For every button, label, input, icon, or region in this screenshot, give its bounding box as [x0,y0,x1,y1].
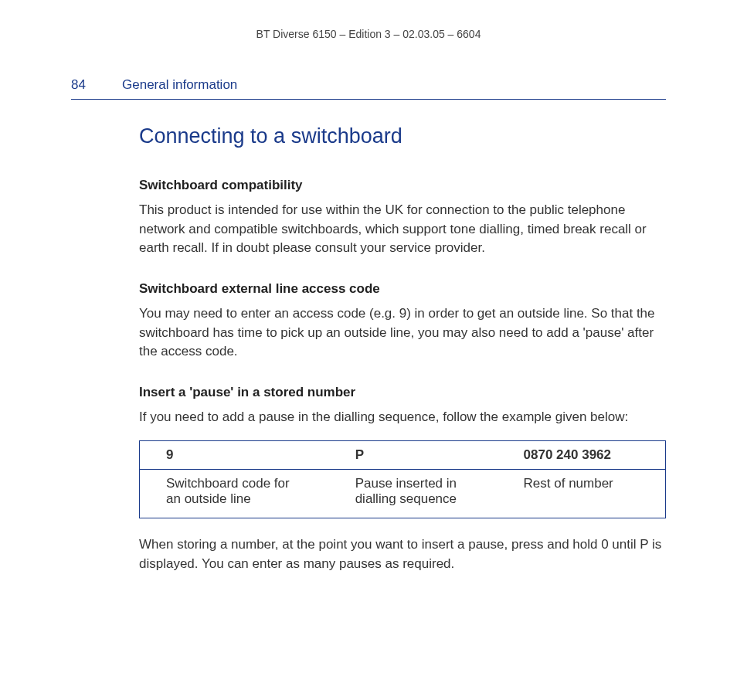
content-area: Connecting to a switchboard Switchboard … [0,124,737,574]
section-divider [71,99,666,100]
table-cell: Switchboard code for an outside line [140,470,329,518]
table-row: Switchboard code for an outside line Pau… [140,470,666,518]
table-header-cell: 0870 240 3962 [498,441,666,470]
main-heading: Connecting to a switchboard [139,124,666,148]
body-insert-pause-intro: If you need to add a pause in the dialli… [139,408,666,427]
page-header: BT Diverse 6150 – Edition 3 – 02.03.05 –… [0,0,737,77]
subheading-access-code: Switchboard external line access code [139,281,666,297]
page-number: 84 [71,77,122,93]
section-header-row: 84 General information [0,77,737,93]
body-compatibility: This product is intended for use within … [139,201,666,258]
page-header-text: BT Diverse 6150 – Edition 3 – 02.03.05 –… [256,28,481,40]
table-header-cell: P [329,441,498,470]
subheading-compatibility: Switchboard compatibility [139,178,666,193]
table-cell: Rest of number [498,470,666,518]
table-header-cell: 9 [140,441,329,470]
subheading-insert-pause: Insert a 'pause' in a stored number [139,385,666,400]
body-after-table: When storing a number, at the point you … [139,535,666,573]
table-header-row: 9 P 0870 240 3962 [140,441,666,470]
section-label: General information [122,77,237,93]
table-cell: Pause inserted in dialling sequence [329,470,498,518]
body-access-code: You may need to enter an access code (e.… [139,304,666,362]
pause-example-table: 9 P 0870 240 3962 Switchboard code for a… [139,440,666,518]
